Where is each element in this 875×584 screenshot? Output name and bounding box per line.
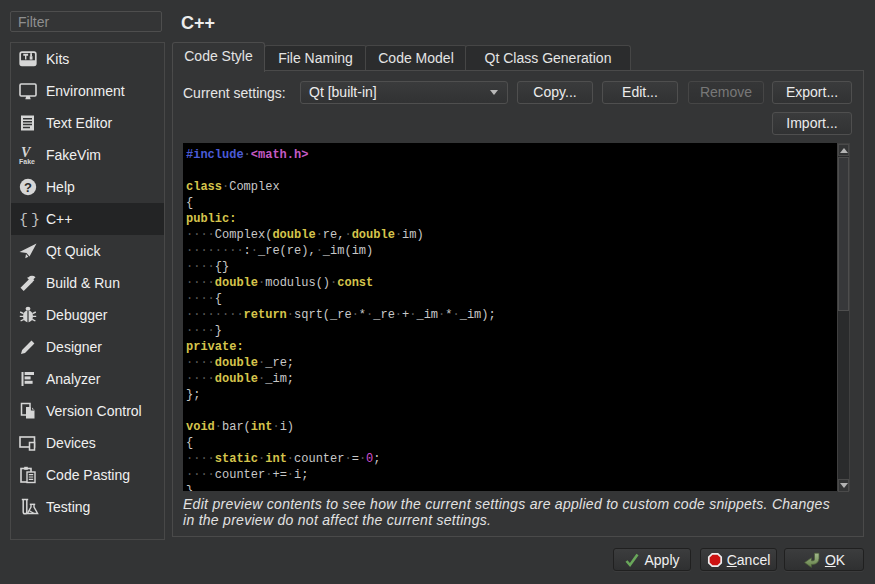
svg-text:?: ? [24, 180, 32, 195]
svg-text:{}: {} [19, 212, 41, 229]
svg-text:Fake: Fake [19, 158, 35, 165]
